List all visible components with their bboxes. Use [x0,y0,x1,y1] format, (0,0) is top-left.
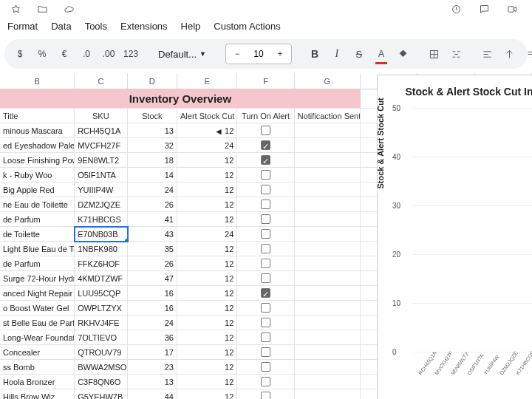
cell-sku[interactable]: RCH45Q1A [75,123,127,138]
column-header[interactable]: SKU [75,109,127,123]
font-size-input[interactable] [250,49,267,59]
column-header[interactable]: Stock [128,109,177,123]
menu-format[interactable]: Format [7,21,38,32]
alert-checkbox[interactable] [261,362,270,372]
chart-panel[interactable]: Stock & Alert Stock Cut In Stock & Alert… [377,75,532,399]
cell-sku[interactable]: 4KMDTZWF [75,271,127,286]
alert-checkbox[interactable] [261,185,270,194]
cell-sku[interactable]: DZM2JQZE [75,197,127,212]
alert-checkbox[interactable] [261,214,270,224]
cell-sku[interactable]: 7OLTIEVO [75,330,127,345]
font-select[interactable]: Default... ▼ [154,49,211,60]
mouse-cursor: ◄ [214,126,223,137]
font-size[interactable]: − + [225,44,292,64]
menu-extensions[interactable]: Extensions [120,21,168,32]
menu-data[interactable]: Data [51,21,71,32]
chart-title: Stock & Alert Stock Cut In [378,75,532,108]
column-header[interactable]: Alert Stock Cut [177,109,237,123]
cell-sku[interactable]: QTROUV79 [75,345,127,360]
percent-btn[interactable]: % [34,44,50,64]
borders-btn[interactable] [426,44,443,64]
star-icon[interactable] [7,0,24,18]
size-inc-btn[interactable]: + [272,44,288,64]
alert-checkbox[interactable] [261,170,270,180]
alert-checkbox[interactable] [261,140,270,150]
italic-btn[interactable]: I [329,44,345,64]
wrap-btn[interactable] [524,44,532,64]
size-dec-btn[interactable]: − [229,44,245,64]
menubar: FormatDataToolsExtensionsHelpCustom Acti… [0,18,532,38]
chart-ylabel: Stock & Alert Stock Cut [376,98,385,188]
alert-checkbox[interactable] [261,126,270,135]
col-header-D[interactable]: D [128,73,177,89]
col-header-E[interactable]: E [177,73,237,89]
inventory-title: Inventory Overview [0,89,361,109]
currency-btn[interactable]: $ [12,44,28,64]
halign-btn[interactable] [480,44,496,64]
col-header-C[interactable]: C [75,73,127,89]
cell-sku[interactable]: G5YEHW7B [75,389,127,399]
cell-sku[interactable]: C3F8QN6O [75,375,127,389]
cell-sku[interactable]: YUIIIP4W [75,183,127,197]
cell-sku[interactable]: RKHVJ4FE [75,316,127,330]
alert-checkbox[interactable] [261,259,270,268]
cell-sku[interactable]: K71HBCGS [75,212,127,227]
num-format-btn[interactable]: 123 [123,44,139,64]
alert-checkbox[interactable] [261,244,270,253]
dec-dec-btn[interactable]: .0 [78,44,95,64]
text-color-btn[interactable]: A [373,44,389,64]
alert-checkbox[interactable] [261,347,270,357]
alert-checkbox[interactable] [261,200,270,209]
fill-color-btn[interactable] [395,44,412,64]
menu-help[interactable]: Help [181,21,201,32]
sheet-area: BCDEFGHIJ Inventory OverviewTitleSKUStoc… [0,73,532,399]
alert-checkbox[interactable] [261,318,270,327]
meet-icon[interactable] [504,0,520,18]
dec-inc-btn[interactable]: .00 [100,44,117,64]
menu-tools[interactable]: Tools [85,21,107,32]
cloud-icon[interactable] [61,0,77,18]
merge-btn[interactable] [449,44,465,64]
valign-btn[interactable] [502,44,518,64]
alert-checkbox[interactable] [261,229,270,239]
col-header-B[interactable]: B [0,73,75,89]
euro-btn[interactable]: € [56,44,72,64]
history-icon[interactable] [448,0,464,18]
strike-btn[interactable]: S [351,44,367,64]
menu-custom-actions[interactable]: Custom Actions [214,21,280,32]
cell-sku[interactable]: BWWA2MSO [75,360,127,375]
cell-sku[interactable]: O5IF1NTA [75,168,127,183]
cell-sku[interactable]: MVCFH27F [75,138,127,153]
alert-checkbox[interactable] [261,155,270,165]
svg-rect-1 [508,6,514,12]
bold-btn[interactable]: B [307,44,323,64]
col-header-F[interactable]: F [237,73,294,89]
alert-checkbox[interactable] [261,392,270,399]
folder-move-icon[interactable] [34,0,50,18]
cell-sku[interactable]: OWPLTZYX [75,301,127,316]
alert-checkbox[interactable] [261,303,270,313]
toolbar: $ % € .0 .00 123 Default... ▼ − + B I S … [4,39,528,69]
alert-checkbox[interactable] [261,273,270,283]
cell-sku[interactable]: LUU95CQP [75,286,127,301]
column-header[interactable]: Notificaction Sent [295,109,361,123]
column-header[interactable]: Turn On Alert [237,109,294,123]
cell-sku[interactable]: FFKZ6HOF [75,256,127,271]
cell-sku[interactable]: 1NBFK980 [75,242,127,256]
col-header-G[interactable]: G [295,73,361,89]
alert-checkbox[interactable] [261,377,270,386]
cell-sku[interactable]: E70NB03B [75,227,127,242]
comment-icon[interactable] [476,0,492,18]
cell-sku[interactable]: 9EN8WLT2 [75,153,127,168]
alert-checkbox[interactable] [261,332,270,342]
column-header[interactable]: Title [0,109,75,123]
alert-checkbox[interactable] [261,288,270,298]
